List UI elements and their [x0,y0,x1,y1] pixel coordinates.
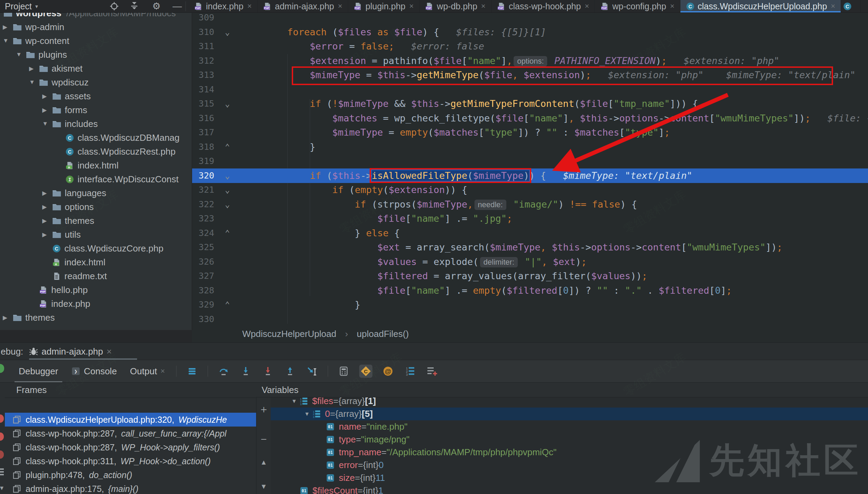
frame-row[interactable]: plugin.php:478, do_action() [5,468,256,482]
tree-item-forms[interactable]: ▶forms [0,103,192,117]
close-icon[interactable]: × [338,2,342,11]
add-to-watches-icon[interactable] [426,365,439,378]
line-number[interactable]: 319 [192,154,214,168]
editor-line-318[interactable]: 318⌃ } [192,140,868,154]
variable-row-size[interactable]: 01size = {int} 11 [271,472,868,484]
close-icon[interactable]: × [585,2,589,11]
view-breakpoints-icon[interactable] [0,468,4,477]
tree-item-class.WpdiscuzDBManag[interactable]: Cclass.WpdiscuzDBManag [0,131,192,145]
tree-item-wpdiscuz[interactable]: ▼wpdiscuz [0,75,192,89]
tree-item-options[interactable]: ▶options [0,200,192,214]
fold-marker-icon[interactable]: ⌄ [223,25,232,39]
chevron-collapsed-icon[interactable]: ▶ [29,65,39,72]
editor-line-309[interactable]: 309 [192,12,868,25]
line-number[interactable]: 312 [192,54,214,68]
fold-marker-icon[interactable]: ⌄ [223,197,232,212]
tree-item-index.php[interactable]: PHPindex.php [0,297,192,311]
editor-line-313[interactable]: 313 $mimeType = $this->getMimeType($file… [192,68,868,82]
evaluate-expression-icon[interactable] [337,365,350,378]
editor-line-310[interactable]: 310⌄ foreach ($files as $file) { $files:… [192,25,868,39]
frame-row[interactable]: admin-ajax.php:175, {main}() [5,482,256,494]
line-number[interactable]: 310 [192,25,214,39]
show-execution-point-list-icon[interactable]: 123 [404,365,417,378]
variable-row-type[interactable]: 01type = "image/png" [271,433,868,446]
tree-item-index.html[interactable]: Hindex.html [0,255,192,269]
move-down-icon[interactable]: ▼ [256,483,271,491]
editor-line-323[interactable]: 323 $file["name"] .= ".jpg"; [192,211,868,226]
line-number[interactable]: 311 [192,39,214,54]
editor-line-330[interactable]: 330 [192,312,868,327]
step-over-icon[interactable] [217,365,230,378]
mail-at-icon[interactable]: @ [381,365,395,378]
variable-row-0[interactable]: ▼1230 = {array} [5] [271,408,868,420]
step-out-icon[interactable] [283,365,297,378]
run-to-cursor-icon[interactable] [306,365,319,378]
tree-item-languages[interactable]: ▶languages [0,186,192,200]
settings-gear-icon[interactable]: ⚙ [150,0,163,12]
locate-file-icon[interactable] [107,0,121,12]
close-icon[interactable]: × [409,2,414,11]
chevron-expanded-icon[interactable]: ▼ [42,120,52,127]
add-watch-icon[interactable]: ＋ [256,402,271,417]
debug-session-tab[interactable]: admin-ajax.php × [29,343,112,360]
editor-tab-class.WpdiscuzHelperUpload.php[interactable]: Cclass.WpdiscuzHelperUpload.php× [680,0,841,12]
editor-line-322[interactable]: 322⌄ if (strpos($mimeType,needle: "image… [192,197,868,212]
editor-tab-class-wp-hook.php[interactable]: PHPclass-wp-hook.php× [491,0,595,12]
fold-marker-icon[interactable]: ⌃ [223,226,232,240]
chevron-collapsed-icon[interactable]: ▶ [42,231,52,238]
move-up-icon[interactable]: ▲ [256,458,271,466]
editor-line-321[interactable]: 321⌄ if (empty($extension)) { [192,183,868,197]
chevron-collapsed-icon[interactable]: ▶ [42,93,52,100]
chevron-collapsed-icon[interactable]: ▶ [42,107,52,114]
editor-tab-index.php[interactable]: PHPindex.php× [189,0,257,12]
close-icon[interactable]: × [107,346,112,357]
collapse-all-icon[interactable] [127,0,141,12]
line-number[interactable]: 315 [192,97,214,111]
tree-item-plugins[interactable]: ▼plugins [0,48,192,62]
step-into-icon[interactable] [239,365,252,378]
variable-row-error[interactable]: 01error = {int} 0 [271,459,868,472]
editor-line-329[interactable]: 329⌃ } [192,298,868,312]
tab-debugger[interactable]: Debugger [17,360,60,383]
remove-watch-icon[interactable]: − [256,433,271,445]
line-number[interactable]: 316 [192,111,214,126]
fold-marker-icon[interactable]: ⌃ [223,298,232,312]
editor-line-315[interactable]: 315⌄ if (!$mimeType && $this->getMimeTyp… [192,97,868,111]
fold-marker-icon[interactable]: ⌄ [223,168,232,183]
code-editor[interactable]: 309310⌄ foreach ($files as $file) { $fil… [192,12,868,342]
tree-item-wp-admin[interactable]: ▶wp-admin [0,20,192,34]
line-number[interactable]: 324 [192,226,214,240]
chevron-collapsed-icon[interactable]: ▶ [42,190,52,197]
chevron-expanded-icon[interactable]: ▼ [16,51,26,58]
chevron-expanded-icon[interactable]: ▼ [29,79,39,86]
tree-item-assets[interactable]: ▶assets [0,89,192,103]
breadcrumb-method[interactable]: uploadFiles() [357,329,409,339]
php-console-icon[interactable]: C [359,365,372,378]
tree-item-wp-content[interactable]: ▼wp-content [0,34,192,48]
layout-settings-icon[interactable] [186,365,199,378]
tree-item-interface.WpDiscuzConst[interactable]: Iinterface.WpDiscuzConst [0,172,192,186]
editor-line-325[interactable]: 325 $ext = array_search($mimeType, $this… [192,240,868,255]
frame-row[interactable]: class-wp-hook.php:287, call_user_func_ar… [5,427,256,440]
settings-chevron-icon[interactable]: ▾ [0,484,4,492]
variable-row-$filesCount[interactable]: 01$filesCount = {int} 1 [271,484,868,494]
tree-item-readme.txt[interactable]: readme.txt [0,269,192,283]
line-number[interactable]: 329 [192,298,214,312]
chevron-collapsed-icon[interactable]: ▶ [3,24,13,31]
editor-line-317[interactable]: 317 $mimeType = empty($matches["type"]) … [192,125,868,140]
tree-item-includes[interactable]: ▼includes [0,117,192,131]
editor-line-326[interactable]: 326 $values = explode(delimiter: "|", $e… [192,255,868,269]
line-number[interactable]: 323 [192,211,214,226]
line-number[interactable]: 317 [192,125,214,140]
editor-line-324[interactable]: 324⌃ } else { [192,226,868,240]
line-number[interactable]: 325 [192,240,214,255]
line-number[interactable]: 330 [192,312,214,327]
tree-item-themes[interactable]: ▶themes [0,214,192,228]
line-number[interactable]: 313 [192,68,214,82]
fold-marker-icon[interactable]: ⌄ [223,183,232,197]
tab-console[interactable]: ❯ Console [69,360,119,383]
tree-item-class.WpdiscuzCore.php[interactable]: Cclass.WpdiscuzCore.php [0,241,192,255]
frame-row[interactable]: class-wp-hook.php:287, WP_Hook->apply_fi… [5,440,256,454]
line-number[interactable]: 320 [192,168,214,183]
breadcrumb-class[interactable]: WpdiscuzHelperUpload [242,329,336,339]
